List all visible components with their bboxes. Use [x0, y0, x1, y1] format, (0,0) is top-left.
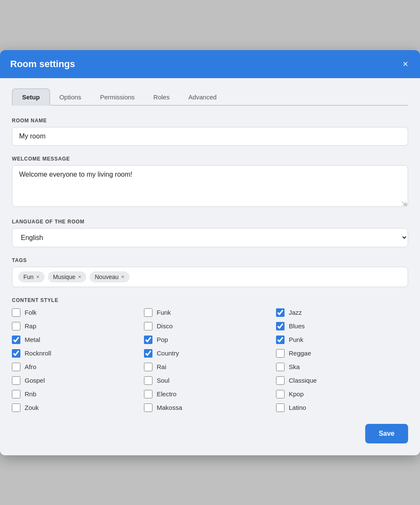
punk-label: Punk	[289, 336, 303, 343]
content-style-label: CONTENT STYLE	[12, 297, 408, 303]
tab-setup[interactable]: Setup	[12, 88, 50, 106]
jazz-label: Jazz	[289, 309, 302, 316]
room-settings-modal: Room settings × Setup Options Permission…	[0, 50, 420, 455]
language-label: LANGUAGE OF THE ROOM	[12, 219, 408, 225]
afro-checkbox[interactable]	[12, 363, 20, 371]
soul-checkbox[interactable]	[144, 376, 152, 385]
tag-musique-remove[interactable]: ×	[78, 274, 82, 279]
welcome-message-section: WELCOME MESSAGE Welcome everyone to my l…	[12, 156, 408, 209]
checkbox-jazz: Jazz	[276, 308, 408, 317]
checkbox-electro: Electro	[144, 390, 276, 398]
tags-container[interactable]: Fun × Musique × Nouveau ×	[12, 267, 408, 287]
tags-section: TAGS Fun × Musique × Nouveau ×	[12, 257, 408, 287]
tag-musique: Musique ×	[48, 271, 87, 282]
tags-label: TAGS	[12, 257, 408, 263]
modal-title: Room settings	[10, 59, 75, 70]
save-button[interactable]: Save	[365, 424, 408, 443]
jazz-checkbox[interactable]	[276, 308, 285, 317]
tag-nouveau: Nouveau ×	[90, 271, 130, 282]
kpop-checkbox[interactable]	[276, 390, 285, 398]
welcome-message-label: WELCOME MESSAGE	[12, 156, 408, 162]
tag-fun-remove[interactable]: ×	[36, 274, 39, 279]
rai-label: Rai	[157, 363, 166, 370]
funk-checkbox[interactable]	[144, 308, 152, 317]
checkbox-blues: Blues	[276, 322, 408, 330]
gospel-label: Gospel	[25, 377, 45, 384]
checkbox-reggae: Reggae	[276, 349, 408, 358]
disco-checkbox[interactable]	[144, 322, 152, 330]
checkbox-rocknroll: Rocknroll	[12, 349, 144, 358]
latino-checkbox[interactable]	[276, 403, 285, 412]
checkbox-gospel: Gospel	[12, 376, 144, 385]
checkbox-afro: Afro	[12, 363, 144, 371]
checkbox-country: Country	[144, 349, 276, 358]
tab-advanced[interactable]: Advanced	[179, 89, 226, 105]
pop-label: Pop	[157, 336, 168, 343]
welcome-message-input[interactable]: Welcome everyone to my living room!	[12, 165, 408, 207]
checkbox-rnb: Rnb	[12, 390, 144, 398]
checkbox-makossa: Makossa	[144, 403, 276, 412]
checkbox-classique: Classique	[276, 376, 408, 385]
folk-label: Folk	[25, 309, 37, 316]
rnb-checkbox[interactable]	[12, 390, 20, 398]
zouk-checkbox[interactable]	[12, 403, 20, 412]
folk-checkbox[interactable]	[12, 308, 20, 317]
latino-label: Latino	[289, 404, 306, 411]
pop-checkbox[interactable]	[144, 336, 152, 344]
disco-label: Disco	[157, 322, 173, 330]
tabs-container: Setup Options Permissions Roles Advanced	[12, 88, 408, 106]
checkbox-zouk: Zouk	[12, 403, 144, 412]
tab-options[interactable]: Options	[50, 89, 91, 105]
rocknroll-label: Rocknroll	[25, 350, 51, 357]
country-checkbox[interactable]	[144, 349, 152, 358]
checkbox-soul: Soul	[144, 376, 276, 385]
gospel-checkbox[interactable]	[12, 376, 20, 385]
reggae-label: Reggae	[289, 350, 311, 357]
soul-label: Soul	[157, 377, 169, 384]
kpop-label: Kpop	[289, 390, 304, 398]
welcome-message-wrapper: Welcome everyone to my living room! ⇲	[12, 165, 408, 209]
electro-label: Electro	[157, 390, 177, 398]
metal-label: Metal	[25, 336, 40, 343]
tab-permissions[interactable]: Permissions	[90, 89, 144, 105]
content-style-grid: Folk Funk Jazz Rap Disco	[12, 308, 408, 412]
ska-checkbox[interactable]	[276, 363, 285, 371]
checkbox-pop: Pop	[144, 336, 276, 344]
rap-checkbox[interactable]	[12, 322, 20, 330]
tag-musique-label: Musique	[53, 274, 76, 280]
classique-label: Classique	[289, 377, 317, 384]
language-section: LANGUAGE OF THE ROOM English French Span…	[12, 219, 408, 247]
rnb-label: Rnb	[25, 390, 37, 398]
tag-fun: Fun ×	[18, 271, 45, 282]
ska-label: Ska	[289, 363, 300, 370]
electro-checkbox[interactable]	[144, 390, 152, 398]
content-style-section: CONTENT STYLE Folk Funk Jazz Rap	[12, 297, 408, 412]
blues-label: Blues	[289, 322, 305, 330]
modal-body: Setup Options Permissions Roles Advanced…	[0, 78, 420, 455]
checkbox-metal: Metal	[12, 336, 144, 344]
modal-footer: Save	[12, 424, 408, 443]
reggae-checkbox[interactable]	[276, 349, 285, 358]
tag-fun-label: Fun	[23, 274, 34, 280]
room-name-input[interactable]	[12, 127, 408, 146]
room-name-section: ROOM NAME	[12, 118, 408, 146]
rocknroll-checkbox[interactable]	[12, 349, 20, 358]
metal-checkbox[interactable]	[12, 336, 20, 344]
tag-nouveau-remove[interactable]: ×	[121, 274, 124, 279]
classique-checkbox[interactable]	[276, 376, 285, 385]
makossa-checkbox[interactable]	[144, 403, 152, 412]
blues-checkbox[interactable]	[276, 322, 285, 330]
checkbox-rai: Rai	[144, 363, 276, 371]
checkbox-kpop: Kpop	[276, 390, 408, 398]
close-button[interactable]: ×	[401, 58, 410, 71]
tab-roles[interactable]: Roles	[144, 89, 179, 105]
tag-nouveau-label: Nouveau	[95, 274, 118, 280]
zouk-label: Zouk	[25, 404, 39, 411]
checkbox-ska: Ska	[276, 363, 408, 371]
language-select[interactable]: English French Spanish German Italian	[12, 228, 408, 247]
punk-checkbox[interactable]	[276, 336, 285, 344]
makossa-label: Makossa	[157, 404, 182, 411]
rai-checkbox[interactable]	[144, 363, 152, 371]
country-label: Country	[157, 350, 179, 357]
rap-label: Rap	[25, 322, 37, 330]
